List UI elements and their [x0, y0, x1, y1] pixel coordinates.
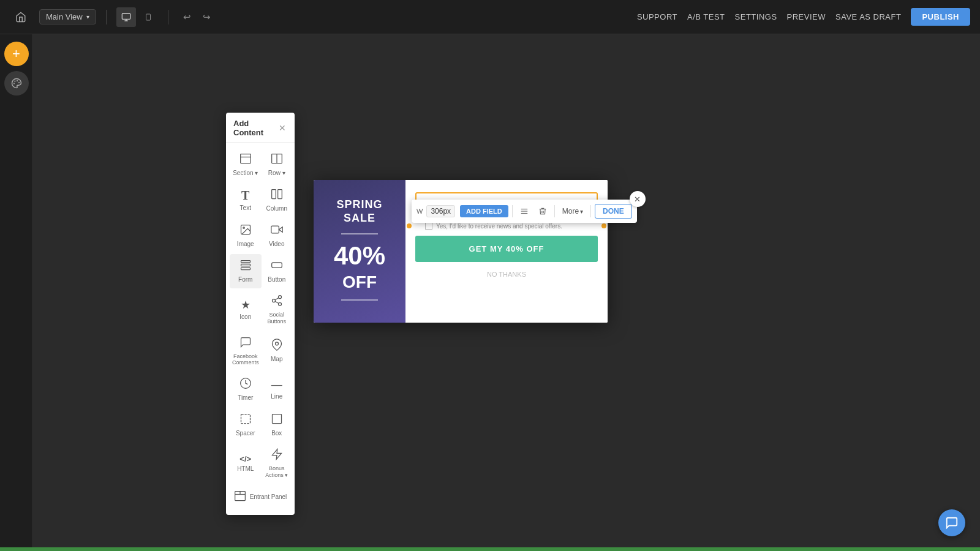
view-selector[interactable]: Main View ▾ — [39, 9, 96, 24]
topbar-divider2 — [168, 10, 168, 24]
delete-button[interactable] — [535, 203, 551, 219]
panel-item-image[interactable]: Image — [230, 219, 262, 253]
panel-header: Add Content ✕ — [226, 113, 295, 143]
settings-link[interactable]: SETTINGS — [735, 12, 777, 21]
width-value[interactable]: 306px — [426, 205, 455, 217]
save-draft-button[interactable]: SAVE AS DRAFT — [835, 12, 901, 21]
panel-item-line[interactable]: — Line — [263, 372, 291, 407]
panel-item-bonus[interactable]: Bonus Actions ▾ — [263, 443, 291, 484]
chat-bubble[interactable] — [938, 509, 965, 536]
field-toolbar: ✕ W 306px ADD FIELD More ▾ DONE — [412, 200, 637, 223]
panel-grid: Section ▾ Row ▾ T Text Colu — [226, 143, 295, 515]
width-label: W — [417, 208, 423, 215]
social-icon — [271, 294, 283, 310]
map-label: Map — [271, 356, 282, 363]
redo-button[interactable]: ↪ — [198, 8, 216, 26]
panel-item-html[interactable]: </> HTML — [230, 443, 262, 484]
svg-marker-17 — [279, 227, 282, 232]
add-field-button[interactable]: ADD FIELD — [460, 205, 508, 217]
svg-point-8 — [13, 83, 14, 84]
svg-rect-21 — [241, 268, 250, 269]
mobile-device-button[interactable] — [138, 7, 158, 27]
text-label: Text — [240, 204, 251, 212]
line-icon: — — [271, 378, 282, 391]
svg-rect-19 — [241, 261, 250, 263]
device-group — [116, 7, 158, 27]
main-layout: + Add Content ✕ — [0, 34, 980, 551]
panel-item-form[interactable]: Form — [230, 254, 262, 288]
text-icon: T — [241, 189, 249, 203]
home-button[interactable] — [10, 6, 32, 28]
checkbox[interactable] — [425, 222, 432, 230]
popup-left-panel: SPRING SALE 40% OFF — [314, 180, 405, 323]
svg-rect-22 — [271, 263, 282, 268]
spring-sale-divider2 — [341, 299, 378, 301]
design-button[interactable] — [4, 71, 29, 96]
undo-button[interactable]: ↩ — [178, 8, 197, 26]
svg-rect-31 — [272, 414, 281, 424]
panel-item-icon[interactable]: ★ Icon — [230, 290, 262, 330]
bottom-bar — [0, 547, 980, 551]
line-label: Line — [271, 393, 282, 400]
undo-group: ↩ ↪ — [178, 8, 216, 26]
spacer-icon — [239, 413, 252, 428]
video-icon — [271, 223, 283, 239]
align-button[interactable] — [516, 203, 532, 219]
social-label: Social Buttons — [265, 312, 288, 325]
panel-item-video[interactable]: Video — [263, 219, 291, 253]
section-icon — [239, 152, 252, 168]
svg-point-23 — [278, 296, 281, 299]
svg-point-16 — [243, 227, 245, 229]
box-icon — [271, 413, 283, 428]
html-icon: </> — [239, 454, 251, 463]
panel-item-section[interactable]: Section ▾ — [230, 148, 262, 182]
panel-item-button[interactable]: Button — [263, 254, 291, 288]
bonus-label: Bonus Actions ▾ — [265, 465, 288, 479]
timer-icon — [239, 377, 252, 392]
add-content-button[interactable]: + — [4, 42, 29, 66]
topbar-divider — [106, 10, 107, 24]
entrant-label: Entrant Panel — [250, 493, 287, 501]
canvas-area: Add Content ✕ Section ▾ Row ▾ — [33, 34, 980, 551]
toolbar-separator — [512, 205, 513, 217]
publish-button[interactable]: PUBLISH — [911, 8, 970, 26]
panel-title: Add Content — [233, 119, 277, 137]
panel-item-spacer[interactable]: Spacer — [230, 408, 262, 442]
more-dropdown[interactable]: More ▾ — [559, 205, 587, 217]
panel-item-social[interactable]: Social Buttons — [263, 290, 291, 330]
submit-button[interactable]: GET MY 40% OFF — [415, 236, 598, 262]
done-button[interactable]: DONE — [595, 204, 632, 219]
checkbox-dot-right — [601, 223, 606, 228]
entrant-icon — [234, 490, 246, 505]
checkbox-label: Yes, I'd like to receive news and specia… — [436, 223, 562, 230]
ab-test-link[interactable]: A/B TEST — [687, 12, 725, 21]
form-label: Form — [238, 276, 252, 283]
panel-item-row[interactable]: Row ▾ — [263, 148, 291, 182]
support-link[interactable]: SUPPORT — [637, 12, 677, 21]
panel-item-timer[interactable]: Timer — [230, 372, 262, 407]
spring-sale-divider — [341, 233, 378, 234]
svg-marker-32 — [272, 449, 281, 460]
svg-rect-14 — [277, 190, 282, 199]
toolbar-separator3 — [590, 205, 591, 217]
panel-item-entrant[interactable]: Entrant Panel — [230, 485, 291, 510]
panel-item-text[interactable]: T Text — [230, 183, 262, 217]
no-thanks-link[interactable]: NO THANKS — [415, 268, 598, 280]
panel-item-box[interactable]: Box — [263, 408, 291, 442]
svg-point-25 — [278, 302, 281, 305]
box-label: Box — [271, 430, 282, 437]
panel-close-button[interactable]: ✕ — [277, 122, 288, 133]
svg-rect-13 — [271, 190, 276, 199]
svg-rect-0 — [122, 13, 130, 19]
svg-rect-18 — [271, 226, 279, 233]
panel-item-map[interactable]: Map — [263, 331, 291, 372]
preview-link[interactable]: PREVIEW — [787, 12, 826, 21]
desktop-device-button[interactable] — [116, 7, 136, 27]
panel-item-facebook[interactable]: Facebook Comments — [230, 331, 262, 372]
toolbar-close-button[interactable]: ✕ — [630, 191, 646, 207]
icon-label: Icon — [239, 313, 251, 321]
panel-item-column[interactable]: Column — [263, 183, 291, 217]
form-icon — [239, 259, 252, 274]
svg-point-6 — [18, 83, 19, 83]
toolbar-separator2 — [554, 205, 555, 217]
